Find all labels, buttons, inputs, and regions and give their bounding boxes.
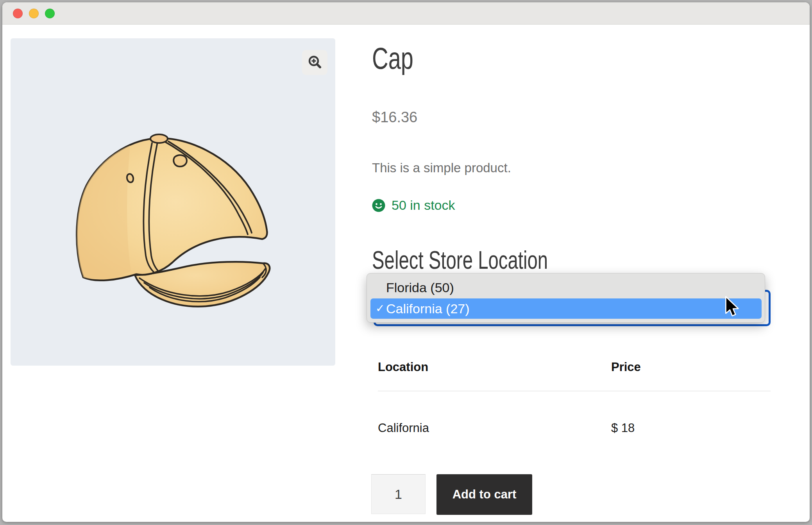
stock-status: 50 in stock xyxy=(372,198,455,213)
product-description: This is a simple product. xyxy=(372,160,511,176)
product-title: Cap xyxy=(372,43,428,73)
minimize-window-button[interactable] xyxy=(29,9,39,18)
table-header-price: Price xyxy=(611,360,641,374)
browser-window: Cap $16.36 This is a simple product. 50 … xyxy=(2,2,810,522)
zoom-window-button[interactable] xyxy=(45,9,55,18)
window-titlebar xyxy=(2,2,810,25)
product-image-panel[interactable] xyxy=(11,38,335,366)
checkmark-icon: ✓ xyxy=(370,303,386,314)
store-location-dropdown-menu: Florida (50) ✓ California (27) xyxy=(367,273,765,323)
stock-status-label: 50 in stock xyxy=(392,198,455,213)
magnifier-plus-icon xyxy=(307,55,323,70)
add-to-cart-button[interactable]: Add to cart xyxy=(436,474,532,515)
store-location-heading: Select Store Location xyxy=(372,248,610,273)
table-header-location: Location xyxy=(378,360,428,374)
quantity-input[interactable] xyxy=(371,474,426,514)
option-label: Florida (50) xyxy=(386,280,454,295)
image-zoom-button[interactable] xyxy=(302,50,327,75)
table-cell-price: $ 18 xyxy=(611,421,635,435)
table-divider xyxy=(378,391,771,391)
smiley-icon xyxy=(372,199,385,212)
cap-product-image xyxy=(11,38,335,366)
close-window-button[interactable] xyxy=(13,9,23,18)
dropdown-option-california[interactable]: ✓ California (27) xyxy=(370,298,762,319)
option-label: California (27) xyxy=(386,301,470,316)
dropdown-option-florida[interactable]: Florida (50) xyxy=(386,277,454,298)
table-cell-location: California xyxy=(378,421,429,435)
traffic-lights xyxy=(13,9,55,18)
product-price: $16.36 xyxy=(372,109,417,126)
